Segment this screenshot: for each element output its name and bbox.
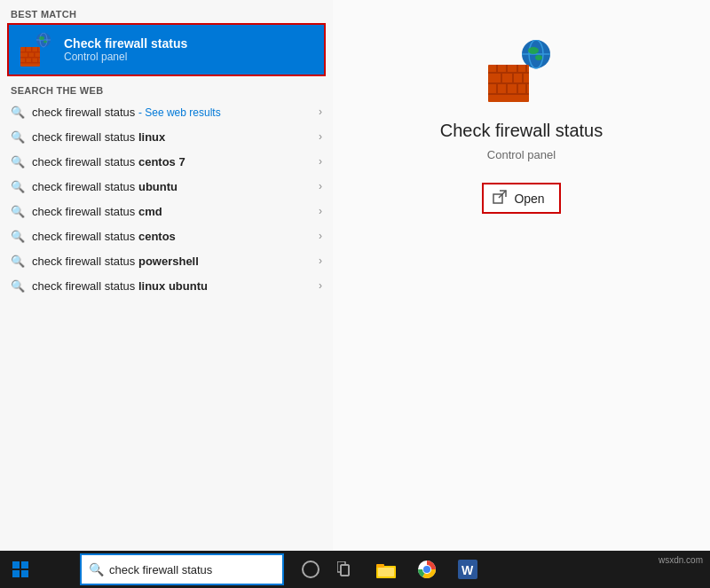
list-item[interactable]: 🔍 check firewall status ubuntu › xyxy=(0,174,333,199)
svg-point-4 xyxy=(43,41,47,43)
chevron-icon: › xyxy=(319,106,322,118)
svg-point-20 xyxy=(528,47,539,54)
svg-rect-24 xyxy=(488,82,529,84)
svg-rect-40 xyxy=(21,561,28,568)
start-button[interactable] xyxy=(0,561,40,577)
svg-rect-14 xyxy=(25,59,27,63)
open-icon xyxy=(493,190,507,207)
see-web-results: - See web results xyxy=(138,106,221,119)
web-result-text: check firewall status ubuntu xyxy=(32,180,312,193)
web-result-text: check firewall status centos xyxy=(32,230,312,243)
best-match-text: Check firewall status Control panel xyxy=(64,36,187,63)
chrome-button[interactable] xyxy=(410,553,444,586)
web-result-text: check firewall status centos 7 xyxy=(32,155,312,169)
svg-rect-6 xyxy=(20,51,40,53)
search-web-label: Search the web xyxy=(0,76,333,99)
app-icon-large xyxy=(486,35,557,106)
chevron-icon: › xyxy=(319,130,322,143)
chevron-icon: › xyxy=(319,255,322,267)
chrome-icon xyxy=(417,560,437,579)
svg-rect-47 xyxy=(376,564,384,568)
chevron-icon: › xyxy=(319,180,322,192)
svg-rect-27 xyxy=(506,65,508,72)
chevron-icon: › xyxy=(319,230,322,242)
taskview-button[interactable] xyxy=(295,553,327,585)
svg-rect-30 xyxy=(501,74,502,82)
svg-rect-28 xyxy=(517,65,518,72)
search-icon: 🔍 xyxy=(11,154,25,169)
multitasking-button[interactable] xyxy=(330,553,362,585)
svg-rect-35 xyxy=(517,84,518,93)
taskview-icon xyxy=(337,561,355,577)
svg-rect-15 xyxy=(31,59,33,63)
svg-rect-11 xyxy=(37,47,39,51)
svg-point-21 xyxy=(535,55,542,60)
svg-rect-12 xyxy=(28,53,29,58)
svg-point-3 xyxy=(39,36,44,40)
svg-rect-31 xyxy=(512,74,514,82)
web-result-text: check firewall status linux xyxy=(32,130,312,144)
list-item[interactable]: 🔍 check firewall status centos › xyxy=(0,223,333,248)
best-match-subtitle: Control panel xyxy=(64,51,187,63)
chevron-icon: › xyxy=(319,205,322,217)
app-subtitle-large: Control panel xyxy=(487,148,556,161)
best-match-label: Best match xyxy=(0,0,333,23)
list-item[interactable]: 🔍 check firewall status powershell › xyxy=(0,248,333,273)
svg-rect-10 xyxy=(31,47,33,51)
word-button[interactable]: W xyxy=(451,553,485,586)
svg-rect-13 xyxy=(34,53,36,58)
list-item[interactable]: 🔍 check firewall status cmd › xyxy=(0,199,333,223)
svg-text:W: W xyxy=(462,563,474,577)
svg-rect-25 xyxy=(488,93,529,95)
taskbar-search-bar[interactable]: 🔍 xyxy=(80,553,284,585)
search-icon: 🔍 xyxy=(11,278,25,293)
search-icon: 🔍 xyxy=(11,229,25,243)
chevron-icon: › xyxy=(319,155,322,168)
circle-icon xyxy=(302,561,320,578)
svg-rect-8 xyxy=(20,62,40,64)
svg-rect-39 xyxy=(12,561,20,568)
firewall-icon-small xyxy=(20,32,55,67)
list-item[interactable]: 🔍 check firewall status linux › xyxy=(0,124,333,149)
svg-rect-23 xyxy=(488,72,529,74)
word-icon: W xyxy=(458,560,477,579)
search-icon: 🔍 xyxy=(11,254,25,268)
svg-rect-33 xyxy=(496,84,498,93)
svg-rect-9 xyxy=(25,47,27,51)
web-result-text: check firewall status cmd xyxy=(32,205,312,218)
file-explorer-button[interactable] xyxy=(369,553,403,586)
watermark: wsxdn.com xyxy=(659,555,703,565)
list-item[interactable]: 🔍 check firewall status linux ubuntu › xyxy=(0,273,333,298)
file-explorer-icon xyxy=(376,561,396,578)
svg-rect-42 xyxy=(21,570,28,577)
taskbar-search-icon: 🔍 xyxy=(89,562,104,576)
svg-rect-32 xyxy=(522,74,524,82)
svg-rect-41 xyxy=(12,570,20,577)
open-button[interactable]: Open xyxy=(482,183,560,214)
search-icon: 🔍 xyxy=(11,105,25,119)
web-result-text: check firewall status - See web results xyxy=(32,106,312,119)
list-item[interactable]: 🔍 check firewall status - See web result… xyxy=(0,99,333,124)
svg-rect-48 xyxy=(378,568,394,576)
svg-rect-16 xyxy=(37,59,39,63)
app-title-large: Check firewall status xyxy=(440,121,603,141)
list-item[interactable]: 🔍 check firewall status centos 7 › xyxy=(0,149,333,174)
taskbar-search-input[interactable] xyxy=(109,563,275,576)
web-result-text: check firewall status linux ubuntu xyxy=(32,279,312,293)
svg-rect-44 xyxy=(341,565,349,576)
open-label: Open xyxy=(514,192,544,206)
best-match-item[interactable]: Check firewall status Control panel xyxy=(7,23,326,76)
web-result-text: check firewall status powershell xyxy=(32,255,312,268)
best-match-title: Check firewall status xyxy=(64,36,187,51)
chevron-icon: › xyxy=(319,279,322,292)
right-panel: Check firewall status Control panel Open xyxy=(333,0,710,550)
svg-rect-34 xyxy=(506,84,508,93)
search-icon: 🔍 xyxy=(11,179,25,193)
left-panel: Best match xyxy=(0,0,333,550)
svg-rect-26 xyxy=(496,65,498,72)
svg-rect-29 xyxy=(525,65,527,72)
svg-rect-36 xyxy=(525,84,527,93)
taskbar-icons: W xyxy=(295,553,485,586)
search-icon: 🔍 xyxy=(11,204,25,218)
svg-rect-7 xyxy=(20,57,40,59)
